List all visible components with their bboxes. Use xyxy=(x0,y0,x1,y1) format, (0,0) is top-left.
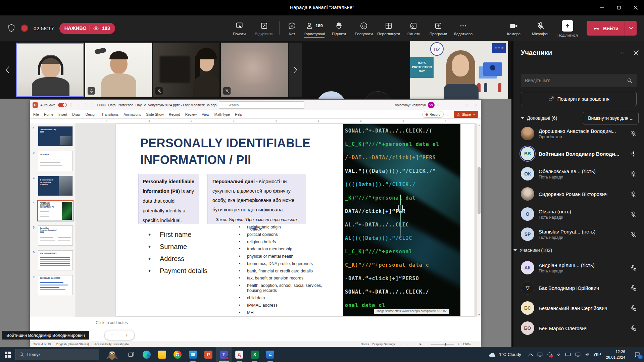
mic-blocked-icon[interactable] xyxy=(629,325,637,331)
speaker-icon[interactable] xyxy=(585,352,590,357)
save-icon[interactable] xyxy=(69,103,73,107)
participant-row[interactable]: Сидоренко Роман Вікторович xyxy=(513,184,644,204)
security-alert-icon[interactable] xyxy=(547,352,552,357)
undo-icon[interactable] xyxy=(76,103,81,107)
filmstrip-prev-button[interactable] xyxy=(0,41,15,99)
zoom-out-button[interactable]: − xyxy=(426,342,428,346)
touch-keyboard-icon[interactable] xyxy=(565,352,571,357)
participant-row[interactable]: SP Stanislav Ponyat... (гість)Гість нара… xyxy=(513,224,644,244)
current-slide[interactable]: PERSONALLY IDENTIFIABLE INFORMATION / PI… xyxy=(116,124,475,316)
people-button[interactable]: 189 Користувачі xyxy=(302,21,327,36)
participant-row[interactable]: БС Безменський Іван Сергійович xyxy=(513,298,644,318)
mail-icon[interactable]: ✉ xyxy=(185,347,201,362)
ribbon-tab[interactable]: Home xyxy=(44,112,53,116)
ribbon-tab[interactable]: Transitions xyxy=(101,112,118,116)
unpin-button[interactable]: Відкріпити xyxy=(252,21,277,36)
redo-icon[interactable] xyxy=(83,103,88,107)
start-button[interactable] xyxy=(0,352,15,358)
camera-button[interactable]: Камера xyxy=(501,21,526,36)
mic-blocked-icon[interactable] xyxy=(629,285,637,291)
filmstrip-next-button[interactable] xyxy=(289,43,302,97)
share-tray-button[interactable]: Поділитися xyxy=(555,19,580,37)
ppt-user-account[interactable]: Volodymyr Voityshyn VV xyxy=(395,100,441,110)
start-share-button[interactable]: Почати xyxy=(227,21,252,36)
chat-button[interactable]: Чат xyxy=(282,21,302,36)
owl-pinned-image[interactable] xyxy=(103,348,121,361)
office-app-icon[interactable]: Д xyxy=(232,347,247,362)
ppt-record-button[interactable]: Record xyxy=(422,111,444,118)
more-button[interactable]: Додатково xyxy=(451,21,476,36)
slide-number-status[interactable]: Slide 4 of 19 xyxy=(33,342,51,346)
panel-close-icon[interactable] xyxy=(634,50,639,55)
ribbon-tab[interactable]: Draw xyxy=(72,112,81,116)
view-normal-icon[interactable] xyxy=(399,343,402,346)
leave-button[interactable]: Вийти xyxy=(587,21,625,36)
taskbar-search-input[interactable]: Пошук xyxy=(15,349,99,360)
raise-hand-button[interactable]: Підняти xyxy=(327,21,351,36)
excel-icon[interactable]: X xyxy=(247,347,262,362)
notes-toggle[interactable]: Notes xyxy=(361,342,369,346)
participant-row[interactable]: АК Андріан Крілиш... (гість)Гість наради xyxy=(513,258,644,278)
ppt-minimize-icon[interactable] xyxy=(455,103,459,107)
slide-thumbnail-1[interactable]: 1 Data Protection Day 2024 xyxy=(38,126,73,146)
participant-row[interactable]: БО Бен Марко Олегович xyxy=(513,318,644,338)
autosave-toggle[interactable] xyxy=(58,103,67,107)
mic-on-icon[interactable] xyxy=(629,151,637,157)
mic-muted-icon[interactable] xyxy=(629,191,637,197)
slide-thumbnail-7[interactable]: 7 GDPR FINES BY SECTOR xyxy=(38,275,73,295)
chrome-icon[interactable] xyxy=(170,347,185,362)
mic-muted-icon[interactable] xyxy=(629,171,637,177)
display-tray-icon[interactable] xyxy=(575,352,581,357)
notes-pane[interactable]: Click to add notes xyxy=(30,317,481,330)
leave-options-chevron[interactable] xyxy=(625,21,637,36)
display-settings-toggle[interactable]: Display Settings xyxy=(372,342,395,346)
rooms-button[interactable]: Кімнати xyxy=(401,21,426,36)
participant-row[interactable]: ▽ Бак Володимир Юрійович xyxy=(513,278,644,298)
video-tile-3[interactable] xyxy=(153,43,219,97)
slide-thumbnail-4-selected[interactable]: 4 PERSONALLY IDENTIFIABLE INFORMATION / … xyxy=(38,201,73,221)
share-invite-button[interactable]: Поширити запрошення xyxy=(521,92,637,106)
powerpoint-icon[interactable]: P xyxy=(201,347,216,362)
maximize-button[interactable] xyxy=(610,0,627,15)
view-sorter-icon[interactable] xyxy=(405,343,409,346)
ribbon-tab[interactable]: Animations xyxy=(123,112,141,116)
view-reading-icon[interactable] xyxy=(412,343,415,346)
minimize-button[interactable] xyxy=(594,0,610,15)
video-tile-4[interactable] xyxy=(221,43,288,97)
ribbon-tab[interactable]: View xyxy=(202,112,209,116)
video-tile-2[interactable] xyxy=(85,43,152,97)
ribbon-tab[interactable]: Slide Show xyxy=(146,112,164,116)
view-button[interactable]: Переглянути xyxy=(376,21,401,36)
ribbon-tab[interactable]: Review xyxy=(185,112,197,116)
photos-icon[interactable] xyxy=(262,347,278,362)
mic-muted-icon[interactable] xyxy=(629,131,637,137)
clock[interactable]: 12:26 26.01.2024 xyxy=(606,349,625,360)
ribbon-tab[interactable]: Insert xyxy=(58,112,67,116)
close-button[interactable] xyxy=(627,0,644,15)
ppt-share-button[interactable]: Share xyxy=(454,111,478,118)
video-tile-1[interactable] xyxy=(16,43,84,97)
zoom-out-button[interactable]: − xyxy=(110,332,114,339)
weather-widget[interactable]: 1°C Cloudy xyxy=(488,352,521,358)
ppt-close-icon[interactable] xyxy=(474,103,478,107)
edge-icon[interactable] xyxy=(139,347,154,362)
zoom-in-button[interactable]: + xyxy=(125,332,129,339)
ribbon-tab[interactable]: File xyxy=(33,112,39,116)
participant-row[interactable]: Дорошенко Анастасія Володим...Організато… xyxy=(513,123,644,144)
slide-thumbnail-5[interactable]: 5 General Data Protection Regulation / G… xyxy=(38,225,73,246)
language-status[interactable]: English (United States) xyxy=(56,342,89,346)
mic-blocked-icon[interactable] xyxy=(629,265,637,271)
teams-icon[interactable]: T xyxy=(216,347,232,362)
react-button[interactable]: Реагувати xyxy=(351,21,376,36)
slide-scrollbar[interactable]: ▲ ▼ xyxy=(477,123,481,317)
mic-button[interactable]: Мікрофон xyxy=(528,21,553,36)
slide-thumbnail-2[interactable]: 2 AGENDA xyxy=(38,151,73,171)
slide-thumbnail-3[interactable]: 3 1. Importance of personal data protect… xyxy=(38,176,73,196)
mic-blocked-icon[interactable] xyxy=(629,305,637,311)
hidden-icons-chevron[interactable] xyxy=(529,353,533,356)
notification-center-button[interactable]: 3 xyxy=(631,347,644,362)
attendees-section-header[interactable]: Учасники (183) xyxy=(513,244,644,258)
zoom-in-button[interactable]: + xyxy=(457,342,459,346)
ribbon-tab[interactable]: Design xyxy=(86,112,97,116)
ppt-filename[interactable]: LPNU_Data_Protection_Day_V_Voityshyn-202… xyxy=(97,103,217,107)
